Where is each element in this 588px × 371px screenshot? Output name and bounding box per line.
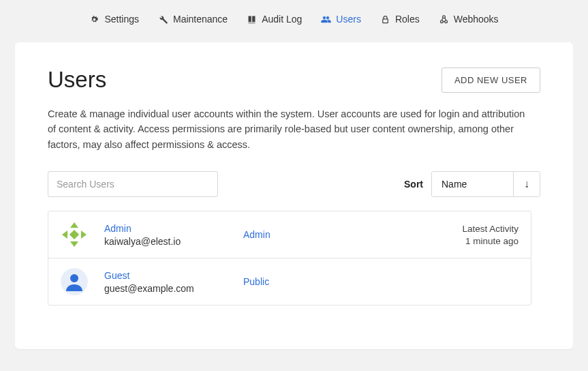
avatar [61,268,88,295]
card-header: Users ADD NEW USER [48,67,540,93]
nav-webhooks[interactable]: Webhooks [439,14,499,25]
lock-icon [380,14,390,25]
nav-label: Settings [104,14,139,25]
gear-icon [89,14,99,25]
wrench-icon [158,14,168,25]
nav-users[interactable]: Users [321,14,361,25]
sort-select[interactable]: Name [432,172,514,196]
user-row[interactable]: Admin kaiwalya@elest.io Admin Latest Act… [48,211,531,258]
activity-label: Latest Activity [462,224,519,234]
user-info: Admin kaiwalya@elest.io [104,223,227,247]
page-title: Users [48,67,106,93]
svg-point-1 [440,20,443,23]
user-email: guest@example.com [104,283,227,294]
nav-label: Roles [395,14,420,25]
arrow-down-icon: ↓ [524,178,529,190]
svg-point-2 [444,20,447,23]
nav-settings[interactable]: Settings [89,14,139,25]
book-icon [247,14,257,25]
user-row[interactable]: Guest guest@example.com Public [48,258,531,305]
nav-roles[interactable]: Roles [380,14,420,25]
sort-group: Sort Name ↓ [404,171,540,197]
top-nav: Settings Maintenance Audit Log Users Rol… [0,0,588,34]
avatar [61,221,88,248]
nav-label: Webhooks [454,14,499,25]
nav-label: Users [336,14,361,25]
user-info: Guest guest@example.com [104,270,227,294]
webhook-icon [439,14,449,25]
users-icon [321,14,331,25]
sort-select-wrap: Name ↓ [431,171,540,197]
user-role[interactable]: Public [243,276,366,287]
user-name[interactable]: Admin [104,223,227,234]
nav-label: Audit Log [262,14,302,25]
user-email: kaiwalya@elest.io [104,236,227,247]
user-name[interactable]: Guest [104,270,227,281]
nav-maintenance[interactable]: Maintenance [158,14,228,25]
sort-label: Sort [404,179,423,190]
main-card: Users ADD NEW USER Create & manage indiv… [15,42,573,349]
search-input[interactable] [48,171,218,197]
user-role[interactable]: Admin [243,229,366,240]
sort-direction-button[interactable]: ↓ [514,172,540,196]
page-description: Create & manage individual user accounts… [48,106,531,152]
nav-audit-log[interactable]: Audit Log [247,14,302,25]
svg-rect-0 [383,18,388,23]
activity-time: 1 minute ago [462,236,519,246]
add-user-button[interactable]: ADD NEW USER [442,68,540,93]
user-list: Admin kaiwalya@elest.io Admin Latest Act… [48,211,531,306]
user-activity: Latest Activity 1 minute ago [462,224,519,246]
nav-label: Maintenance [173,14,228,25]
list-controls: Sort Name ↓ [48,171,540,197]
svg-point-11 [70,274,78,282]
